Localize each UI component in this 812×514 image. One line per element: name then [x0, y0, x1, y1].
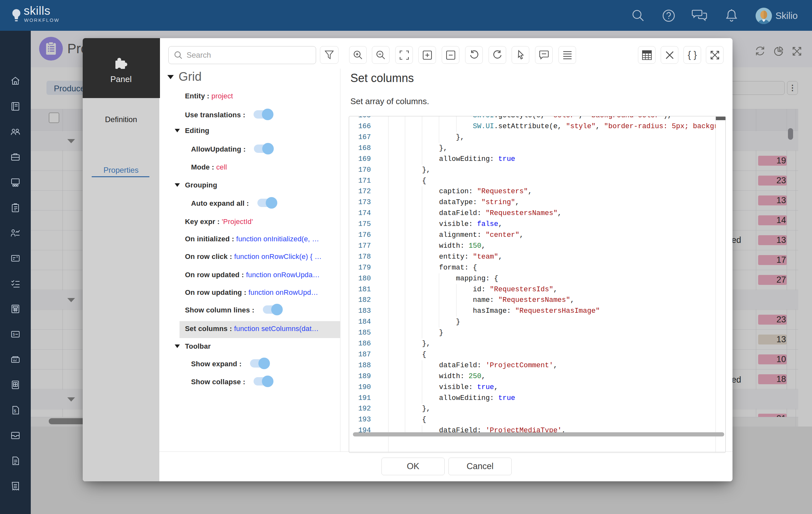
svg-text:$: $ — [14, 409, 16, 413]
svg-text:$: $ — [13, 332, 15, 336]
